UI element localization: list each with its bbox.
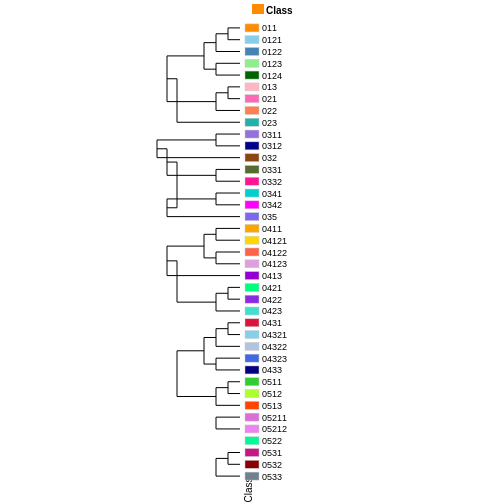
chart-container — [0, 0, 504, 504]
